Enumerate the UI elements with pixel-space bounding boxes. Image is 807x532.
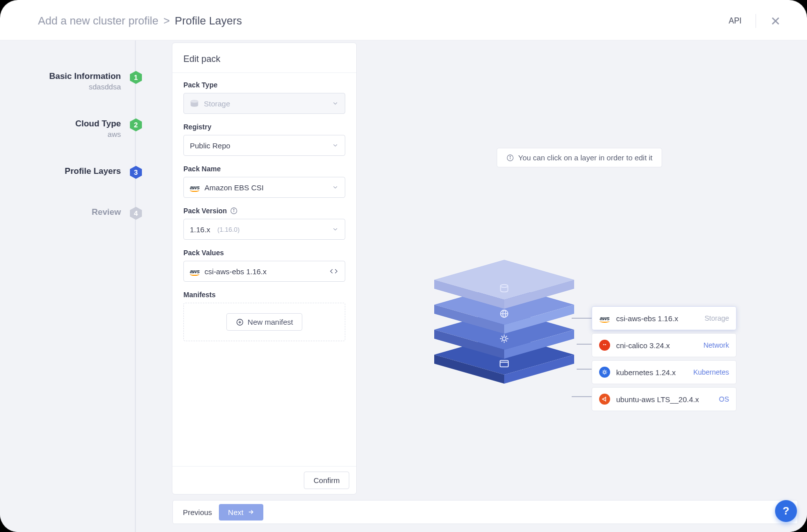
app-header: Add a new cluster profile > Profile Laye… <box>0 0 807 40</box>
code-icon[interactable] <box>329 267 339 275</box>
chevron-down-icon <box>332 142 339 149</box>
confirm-button[interactable]: Confirm <box>304 472 349 489</box>
svg-point-37 <box>605 400 606 401</box>
field-pack-type: Pack Type Storage <box>183 81 345 114</box>
plus-circle-icon <box>236 318 244 326</box>
ubuntu-icon <box>599 394 610 405</box>
step-badge: 4 <box>129 206 143 220</box>
svg-point-36 <box>605 397 606 398</box>
step-title: Cloud Type <box>75 119 121 129</box>
svg-point-9 <box>510 156 510 156</box>
panel-footer: Confirm <box>172 466 356 494</box>
storage-icon <box>499 283 510 294</box>
edit-pack-panel: Edit pack Pack Type Storage Registry <box>172 42 357 495</box>
layer-stack <box>422 252 587 382</box>
breadcrumb-parent[interactable]: Add a new cluster profile <box>38 14 158 27</box>
step-subtitle: sdasddsa <box>49 82 121 91</box>
step-basic-info[interactable]: Basic Information sdasddsa 1 <box>0 70 145 91</box>
svg-point-3 <box>234 209 234 210</box>
info-icon <box>506 154 514 162</box>
field-manifests: Manifests New manifest <box>183 291 345 341</box>
chevron-down-icon <box>332 100 339 107</box>
breadcrumb-current: Profile Layers <box>175 14 242 27</box>
svg-point-31 <box>605 344 606 345</box>
k8s-icon <box>599 367 610 378</box>
aws-icon: aws <box>599 313 610 324</box>
calico-icon <box>599 340 610 351</box>
info-icon[interactable] <box>230 207 238 215</box>
svg-point-29 <box>602 343 608 348</box>
step-title: Basic Information <box>49 71 121 81</box>
header-actions: API <box>729 14 781 28</box>
wizard-footer: Previous Next <box>172 500 798 524</box>
breadcrumb: Add a new cluster profile > Profile Laye… <box>38 14 242 27</box>
api-link[interactable]: API <box>729 16 742 25</box>
field-label: Pack Type <box>183 81 345 89</box>
step-subtitle: aws <box>75 130 121 138</box>
step-title: Profile Layers <box>65 166 121 176</box>
step-review[interactable]: Review 4 <box>0 206 145 220</box>
panel-title: Edit pack <box>172 43 356 73</box>
app-window: Add a new cluster profile > Profile Laye… <box>0 0 807 532</box>
pack-name-select[interactable]: aws Amazon EBS CSI <box>183 177 345 198</box>
manifests-dropzone: New manifest <box>183 303 345 341</box>
stack-layer-storage[interactable] <box>422 252 587 312</box>
step-badge: 2 <box>129 118 143 132</box>
field-label: Pack Values <box>183 249 345 257</box>
svg-point-35 <box>602 399 603 400</box>
field-pack-version: Pack Version 1.16.x (1.16.0) <box>183 207 345 240</box>
field-pack-values: Pack Values aws csi-aws-ebs 1.16.x <box>183 249 345 282</box>
header-divider <box>756 14 756 28</box>
step-cloud-type[interactable]: Cloud Type aws 2 <box>0 118 145 138</box>
svg-point-30 <box>603 344 604 345</box>
svg-point-28 <box>501 285 508 288</box>
arrow-right-icon <box>247 509 254 516</box>
layer-card-k8s[interactable]: kubernetes 1.24.x Kubernetes <box>592 360 737 384</box>
storage-icon <box>190 100 199 107</box>
layer-card-network[interactable]: cni-calico 3.24.x Network <box>592 333 737 357</box>
step-badge: 3 <box>129 165 143 179</box>
layer-card-os[interactable]: ubuntu-aws LTS__20.4.x OS <box>592 387 737 411</box>
aws-icon: aws <box>190 268 199 274</box>
field-label: Pack Version <box>183 207 345 215</box>
svg-point-18 <box>502 337 506 340</box>
chevron-down-icon <box>332 184 339 191</box>
field-label: Manifests <box>183 291 345 299</box>
layer-card-storage[interactable]: aws csi-aws-ebs 1.16.x Storage <box>592 306 737 330</box>
pack-version-select[interactable]: 1.16.x (1.16.0) <box>183 219 345 240</box>
step-title: Review <box>91 207 121 217</box>
field-label: Pack Name <box>183 165 345 173</box>
app-body: Basic Information sdasddsa 1 Cloud Type … <box>0 40 807 532</box>
canvas-hint: You can click on a layer in order to edi… <box>497 148 662 167</box>
question-icon: ? <box>783 505 789 518</box>
breadcrumb-separator: > <box>163 14 170 27</box>
next-button[interactable]: Next <box>219 504 263 521</box>
timeline-line <box>135 40 136 532</box>
previous-button[interactable]: Previous <box>183 508 212 517</box>
field-registry: Registry Public Repo <box>183 123 345 156</box>
aws-icon: aws <box>190 184 199 190</box>
layer-card-list: aws csi-aws-ebs 1.16.x Storage cni-calic… <box>592 306 737 411</box>
layers-canvas: You can click on a layer in order to edi… <box>357 40 807 532</box>
close-icon[interactable] <box>770 15 781 26</box>
pack-type-select: Storage <box>183 93 345 114</box>
chevron-down-icon <box>332 226 339 233</box>
pack-values-item[interactable]: aws csi-aws-ebs 1.16.x <box>183 261 345 282</box>
svg-point-32 <box>604 371 606 374</box>
field-label: Registry <box>183 123 345 131</box>
wizard-sidebar: Basic Information sdasddsa 1 Cloud Type … <box>0 40 145 532</box>
step-badge: 1 <box>129 70 143 84</box>
registry-select[interactable]: Public Repo <box>183 135 345 156</box>
field-pack-name: Pack Name aws Amazon EBS CSI <box>183 165 345 198</box>
svg-point-0 <box>191 100 198 103</box>
step-profile-layers[interactable]: Profile Layers 3 <box>0 165 145 179</box>
new-manifest-button[interactable]: New manifest <box>226 313 303 331</box>
help-fab[interactable]: ? <box>775 500 797 522</box>
